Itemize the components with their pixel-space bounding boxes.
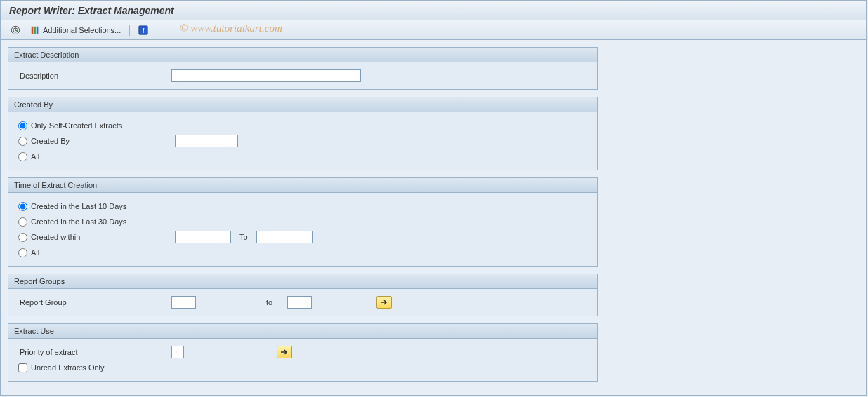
group-extract-use: Extract Use Priority of extract Unread E…	[8, 323, 598, 382]
group-header-extract-use: Extract Use	[8, 324, 597, 339]
group-header-extract-description: Extract Description	[8, 48, 597, 62]
info-icon: i	[138, 25, 148, 35]
priority-input[interactable]	[171, 346, 184, 358]
group-time-creation: Time of Extract Creation Created in the …	[8, 177, 598, 267]
radio-last-10-days-label: Created in the Last 10 Days	[31, 202, 126, 210]
report-group-to-input[interactable]	[287, 296, 312, 309]
group-header-created-by: Created By	[8, 97, 597, 112]
group-report-groups: Report Groups Report Group to	[8, 274, 598, 316]
created-within-to-input[interactable]	[256, 231, 313, 243]
report-group-multiple-selection-button[interactable]	[376, 296, 392, 309]
report-group-label: Report Group	[17, 298, 171, 307]
additional-selections-label: Additional Selections...	[43, 26, 121, 34]
info-button[interactable]: i	[136, 24, 151, 36]
execute-button[interactable]	[8, 24, 23, 36]
created-within-from-input[interactable]	[175, 231, 231, 243]
execute-icon	[11, 25, 20, 35]
radio-created-within-label: Created within	[31, 233, 175, 241]
title-bar: Report Writer: Extract Management	[1, 1, 866, 20]
toolbar-separator	[157, 25, 157, 36]
description-input[interactable]	[171, 69, 361, 82]
additional-selections-button[interactable]: Additional Selections...	[27, 24, 124, 36]
arrow-right-icon	[280, 349, 289, 356]
radio-created-within[interactable]	[18, 233, 27, 242]
radio-last-30-days-label: Created in the Last 30 Days	[31, 217, 126, 226]
group-extract-description: Extract Description Description	[8, 47, 598, 90]
radio-time-all-label: All	[31, 248, 39, 257]
arrow-right-icon	[380, 299, 388, 306]
group-created-by: Created By Only Self-Created Extracts Cr…	[8, 97, 598, 170]
radio-last-10-days[interactable]	[18, 202, 27, 211]
svg-text:i: i	[143, 26, 145, 34]
page-title: Report Writer: Extract Management	[9, 5, 174, 16]
to-label: To	[239, 233, 248, 241]
unread-extracts-label: Unread Extracts Only	[31, 363, 105, 372]
radio-created-by[interactable]	[18, 137, 27, 146]
selections-icon	[30, 25, 40, 35]
toolbar-separator	[129, 25, 130, 36]
toolbar: Additional Selections... i © www.tutoria…	[1, 20, 866, 40]
svg-line-3	[15, 30, 18, 32]
created-by-input[interactable]	[175, 135, 238, 147]
report-group-from-input[interactable]	[171, 296, 196, 309]
priority-label: Priority of extract	[17, 348, 171, 356]
radio-time-all[interactable]	[18, 248, 27, 257]
watermark-text: © www.tutorialkart.com	[180, 22, 282, 34]
content-area: Extract Description Description Created …	[1, 40, 866, 396]
radio-last-30-days[interactable]	[18, 217, 27, 227]
radio-created-by-all[interactable]	[18, 152, 27, 161]
radio-only-self-created-label: Only Self-Created Extracts	[31, 121, 122, 130]
radio-created-by-all-label: All	[31, 152, 39, 161]
radio-created-by-label: Created By	[31, 137, 175, 145]
svg-rect-5	[34, 26, 36, 34]
group-header-report-groups: Report Groups	[8, 274, 597, 289]
priority-multiple-selection-button[interactable]	[277, 346, 292, 358]
svg-rect-6	[37, 26, 39, 34]
group-header-time-creation: Time of Extract Creation	[8, 178, 597, 193]
description-label: Description	[17, 72, 171, 80]
radio-only-self-created[interactable]	[18, 121, 27, 130]
svg-rect-4	[32, 26, 34, 34]
unread-extracts-checkbox[interactable]	[18, 363, 27, 372]
report-group-to-label: to	[266, 298, 287, 307]
